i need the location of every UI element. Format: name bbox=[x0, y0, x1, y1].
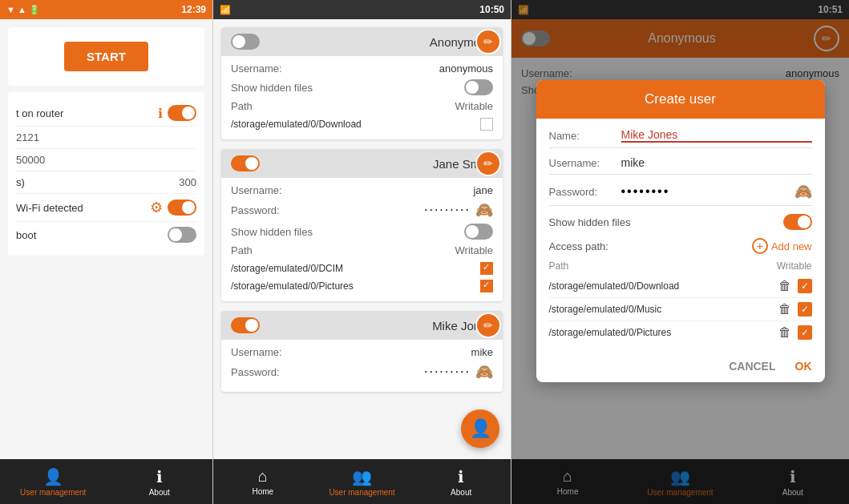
dialog-username-field: Username: mike bbox=[549, 156, 812, 175]
dialog-password-wrapper: •••••••• 🙈 bbox=[621, 183, 812, 200]
add-new-label: Add new bbox=[771, 240, 812, 252]
dialog-hidden-label: Show hidden files bbox=[549, 216, 631, 228]
status-left-2: 📶 bbox=[220, 5, 231, 15]
dialog-hidden-toggle[interactable] bbox=[783, 214, 812, 230]
wifi-icon: ▼ bbox=[6, 5, 15, 14]
wifi-field: Wi-Fi detected ⚙ bbox=[16, 194, 196, 222]
nav-about-1[interactable]: ℹ About bbox=[107, 467, 213, 497]
router-field: t on router ℹ bbox=[16, 100, 196, 127]
jane-hidden-row: Show hidden files bbox=[231, 224, 493, 240]
jane-hidden-label: Show hidden files bbox=[231, 226, 313, 238]
dialog-eye-icon[interactable]: 🙈 bbox=[794, 183, 812, 200]
start-section: START bbox=[8, 27, 204, 86]
user-card-body-anonymous: Username: anonymous Show hidden files Pa… bbox=[221, 56, 503, 139]
user-card-header-jane: Jane Smith ✏ bbox=[221, 149, 503, 178]
user-mgmt-icon-2: 👥 bbox=[352, 467, 372, 486]
jane-edit-btn[interactable]: ✏ bbox=[475, 151, 501, 176]
jane-password-value: ········· bbox=[424, 203, 471, 217]
mike-username-label: Username: bbox=[231, 346, 282, 358]
bottom-nav-1: 👤 User management ℹ About bbox=[0, 459, 212, 504]
anonymous-edit-btn[interactable]: ✏ bbox=[475, 29, 501, 54]
anonymous-toggle[interactable] bbox=[231, 34, 260, 50]
create-user-dialog: Create user Name: Mike Jones Username: m… bbox=[536, 80, 825, 382]
jane-path-row-0: /storage/emulated/0/DCIM bbox=[231, 260, 493, 277]
writable-checkbox-2[interactable]: ✓ bbox=[798, 325, 812, 340]
anon-writable-label: Writable bbox=[455, 100, 493, 112]
dialog-password-value[interactable]: •••••••• bbox=[621, 184, 670, 199]
dialog-name-field: Name: Mike Jones bbox=[549, 128, 812, 148]
wifi-toggle[interactable] bbox=[168, 200, 196, 216]
mike-username-row: Username: mike bbox=[231, 346, 493, 358]
user-card-jane: Jane Smith ✏ Username: jane Password: ··… bbox=[221, 149, 503, 301]
dialog-body: Name: Mike Jones Username: mike Password… bbox=[536, 119, 825, 353]
ok-button[interactable]: OK bbox=[795, 360, 812, 373]
router-label: t on router bbox=[16, 107, 63, 119]
dialog-path-value-1: /storage/emulated/0/Music bbox=[549, 304, 662, 315]
jane-path-checkbox-0[interactable] bbox=[480, 262, 493, 275]
dialog-path-row-0: /storage/emulated/0/Download 🗑 ✓ bbox=[549, 275, 812, 298]
nav-home-2[interactable]: ⌂ Home bbox=[213, 467, 313, 496]
port-field: 2121 bbox=[16, 127, 196, 149]
status-time-2: 10:50 bbox=[479, 4, 504, 15]
dialog-name-value[interactable]: Mike Jones bbox=[621, 128, 812, 143]
mike-password-value: ········· bbox=[424, 365, 471, 379]
jane-path-value-0: /storage/emulated/0/DCIM bbox=[231, 263, 343, 274]
writable-checkbox-1[interactable]: ✓ bbox=[798, 302, 812, 317]
jane-username-row: Username: jane bbox=[231, 184, 493, 196]
status-bar-1: ▼ ▲ 🔋 12:39 bbox=[0, 0, 212, 19]
user-card-header-anonymous: Anonymous ✏ bbox=[221, 27, 503, 56]
cancel-button[interactable]: CANCEL bbox=[729, 360, 775, 373]
anon-hidden-toggle[interactable] bbox=[464, 79, 493, 95]
nav-user-management-1[interactable]: 👤 User management bbox=[0, 467, 107, 497]
add-new-btn[interactable]: + Add new bbox=[752, 238, 812, 254]
start-button[interactable]: START bbox=[64, 42, 148, 71]
user-card-anonymous: Anonymous ✏ Username: anonymous Show hid… bbox=[221, 27, 503, 139]
jane-path-header: Path Writable bbox=[231, 244, 493, 256]
boot-label: boot bbox=[16, 229, 36, 241]
panel2-content: Anonymous ✏ Username: anonymous Show hid… bbox=[213, 19, 511, 459]
mike-toggle[interactable] bbox=[231, 317, 260, 333]
jane-path-row-1: /storage/emulated/0/Pictures bbox=[231, 277, 493, 295]
edit-icon-anonymous: ✏ bbox=[483, 35, 493, 48]
add-user-fab[interactable]: 👤 bbox=[461, 409, 499, 448]
jane-eye-icon[interactable]: 🙈 bbox=[475, 201, 493, 219]
path-col-header: Path bbox=[549, 260, 569, 272]
user-card-body-jane: Username: jane Password: ········· 🙈 Sho… bbox=[221, 178, 503, 301]
trash-icon-0[interactable]: 🗑 bbox=[778, 279, 791, 293]
nav-user-mgmt-2[interactable]: 👥 User management bbox=[313, 467, 412, 497]
edit-icon-jane: ✏ bbox=[483, 157, 493, 170]
panel-3: 📶 10:51 Anonymous ✏ Username: anonymous … bbox=[511, 0, 849, 504]
home-icon-2: ⌂ bbox=[258, 467, 268, 486]
dialog-overlay: Create user Name: Mike Jones Username: m… bbox=[511, 0, 849, 504]
trash-icon-1[interactable]: 🗑 bbox=[778, 302, 791, 317]
info-icon: ℹ bbox=[158, 106, 163, 121]
mike-eye-icon[interactable]: 🙈 bbox=[475, 363, 493, 381]
wifi-detected-label: Wi-Fi detected bbox=[16, 202, 83, 214]
gear-icon[interactable]: ⚙ bbox=[150, 199, 163, 216]
edit-icon-mike: ✏ bbox=[483, 319, 493, 332]
jane-path-checkbox-1[interactable] bbox=[480, 280, 493, 292]
access-path-label: Access path: bbox=[549, 240, 608, 252]
anon-path-checkbox-0[interactable] bbox=[480, 118, 493, 131]
router-toggle[interactable] bbox=[168, 105, 196, 121]
add-new-icon: + bbox=[752, 238, 768, 254]
boot-field: boot bbox=[16, 222, 196, 248]
dialog-title: Create user bbox=[536, 80, 825, 119]
mike-edit-btn[interactable]: ✏ bbox=[475, 312, 501, 338]
panel-1: ▼ ▲ 🔋 12:39 START t on router ℹ 2121 50 bbox=[0, 0, 212, 504]
dialog-username-value[interactable]: mike bbox=[621, 156, 812, 169]
user-mgmt-icon-1: 👤 bbox=[43, 467, 63, 486]
jane-path-label: Path bbox=[231, 244, 253, 256]
writable-checkbox-0[interactable]: ✓ bbox=[798, 279, 812, 293]
jane-username-label: Username: bbox=[231, 184, 282, 196]
trash-icon-2[interactable]: 🗑 bbox=[778, 325, 791, 340]
user-card-body-mike: Username: mike Password: ········· 🙈 bbox=[221, 340, 503, 392]
boot-toggle[interactable] bbox=[168, 227, 196, 243]
jane-hidden-toggle[interactable] bbox=[464, 224, 493, 240]
about-icon-1: ℹ bbox=[156, 467, 163, 486]
jane-toggle[interactable] bbox=[231, 155, 260, 171]
p2-signal-icon: 📶 bbox=[220, 5, 231, 15]
port-value: 2121 bbox=[16, 131, 39, 143]
nav-about-2[interactable]: ℹ About bbox=[411, 467, 511, 497]
anon-username-row: Username: anonymous bbox=[231, 62, 493, 75]
